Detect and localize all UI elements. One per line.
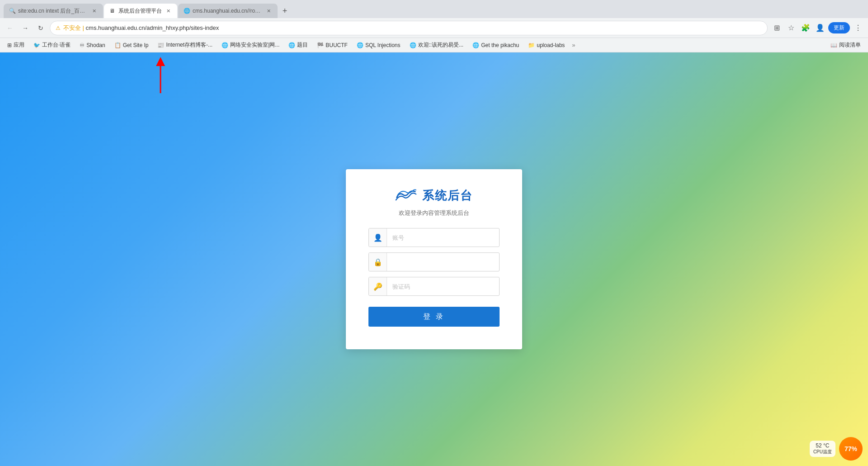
red-arrow-annotation [154, 57, 167, 95]
new-tab-button[interactable]: + [278, 5, 291, 17]
tab-1-close[interactable]: ✕ [90, 7, 98, 14]
bookmark-getsiteip-label: Get Site Ip [123, 42, 149, 48]
toolbar-right: ⊞ ☆ 🧩 👤 更新 ⋮ [770, 22, 864, 34]
logo-text: 系统后台 [422, 188, 473, 204]
back-button[interactable]: ← [4, 22, 16, 34]
bookmark-questions-label: 题目 [297, 41, 308, 49]
cpu-percent: 77% [844, 445, 857, 452]
address-bar[interactable]: ⚠ 不安全 | cms.huanghuai.edu.cn/admin_hhxy.… [50, 21, 768, 35]
forward-button[interactable]: → [19, 22, 32, 34]
bookmark-pikachu[interactable]: 🌐 Get the pikachu [469, 41, 523, 49]
password-input[interactable] [387, 259, 499, 266]
bookmarks-overflow[interactable]: » [572, 42, 575, 48]
profile-extensions-icon[interactable]: 🧩 [799, 22, 812, 34]
reading-list-label: 阅读清单 [839, 41, 861, 49]
bookmark-shodan[interactable]: ♾ Shodan [76, 41, 108, 49]
tab-3-close[interactable]: ✕ [265, 7, 272, 14]
uploadlabs-icon: 📁 [528, 42, 535, 48]
address-url: cms.huanghuai.edu.cn/admin_hhxy.php/site… [86, 24, 219, 31]
sqli-icon: 🌐 [357, 42, 363, 48]
security-icon: ⚠ [56, 25, 61, 31]
bookmark-shodan-label: Shodan [86, 42, 105, 48]
questions-icon: 🌐 [288, 42, 295, 48]
tab-2-favicon: 🖥 [109, 8, 116, 14]
address-text: 不安全 | cms.huanghuai.edu.cn/admin_hhxy.ph… [63, 24, 762, 32]
lock-icon: 🔒 [369, 253, 387, 271]
bookmark-dvwa-label: 欢迎::该死的易受... [418, 41, 464, 49]
bookmark-getsiteip[interactable]: 📋 Get Site Ip [111, 41, 152, 49]
reading-list[interactable]: 📖 阅读清单 [827, 40, 864, 50]
reload-button[interactable]: ↻ [34, 22, 47, 34]
password-input-group: 🔒 [368, 252, 500, 271]
bookmark-uploadlabs-label: upload-labs [537, 42, 565, 48]
tab-bar: 🔍 site:edu.cn intext 后台_百度搜... ✕ 🖥 系统后台管… [0, 0, 868, 18]
svg-marker-1 [156, 57, 165, 66]
apps-icon: ⊞ [7, 42, 12, 48]
tab-3[interactable]: 🌐 cms.huanghuai.edu.cn//robot... ✕ [178, 4, 278, 18]
login-card: 系统后台 欢迎登录内容管理系统后台 👤 🔒 🔑 登 录 [346, 169, 522, 349]
toolbar: ← → ↻ ⚠ 不安全 | cms.huanghuai.edu.cn/admin… [0, 18, 868, 38]
cpu-usage-widget: 77% [839, 437, 863, 461]
bookmark-buuctf-label: BUUCTF [326, 42, 348, 48]
bookmark-buuctf[interactable]: 🏁 BUUCTF [313, 41, 351, 49]
tab-1-title: site:edu.cn intext 后台_百度搜... [18, 7, 88, 15]
bookmark-dvwa[interactable]: 🌐 欢迎::该死的易受... [406, 40, 467, 50]
tab-3-title: cms.huanghuai.edu.cn//robot... [193, 8, 262, 14]
bookmark-uploadlabs[interactable]: 📁 upload-labs [524, 41, 568, 49]
bookmark-pikachu-label: Get the pikachu [481, 42, 519, 48]
getsiteip-icon: 📋 [114, 42, 121, 48]
profile-icon[interactable]: 👤 [814, 22, 826, 34]
username-input-group: 👤 [368, 228, 500, 247]
temperature-value: 52 °C [816, 442, 829, 449]
temperature-widget: 52 °C CPU温度 [810, 441, 835, 457]
bookmark-apps-label: 应用 [14, 41, 24, 49]
bookmark-security-lab[interactable]: 🌐 网络安全实验室|网... [218, 40, 283, 50]
bookmark-sqli-label: SQL Injections [365, 42, 401, 48]
bookmark-yuque-label: 工作台·语雀 [42, 41, 71, 49]
bookmark-security-lab-label: 网络安全实验室|网... [230, 41, 279, 49]
browser-frame: 🔍 site:edu.cn intext 后台_百度搜... ✕ 🖥 系统后台管… [0, 0, 868, 466]
captcha-input[interactable] [387, 283, 499, 290]
bookmark-apps[interactable]: ⊞ 应用 [4, 40, 28, 50]
bookmark-internet[interactable]: 📰 Internet存档博客-... [154, 40, 216, 50]
dvwa-icon: 🌐 [410, 42, 416, 48]
logo-area: 系统后台 [395, 187, 473, 204]
status-widget: 52 °C CPU温度 77% [810, 437, 863, 461]
login-button[interactable]: 登 录 [368, 307, 500, 327]
temperature-label: CPU温度 [813, 449, 832, 455]
welcome-text: 欢迎登录内容管理系统后台 [399, 209, 469, 217]
bookmark-questions[interactable]: 🌐 题目 [285, 40, 311, 50]
yuque-icon: 🐦 [33, 42, 40, 48]
shodan-icon: ♾ [80, 42, 85, 48]
buuctf-icon: 🏁 [317, 42, 324, 48]
captcha-input-group: 🔑 [368, 277, 500, 296]
update-button[interactable]: 更新 [828, 22, 850, 33]
internet-icon: 📰 [157, 42, 164, 48]
address-prefix: 不安全 | [63, 24, 86, 31]
user-icon: 👤 [369, 228, 387, 247]
security-lab-icon: 🌐 [222, 42, 228, 48]
bookmarks-bar: ⊞ 应用 🐦 工作台·语雀 ♾ Shodan 📋 Get Site Ip 📰 I… [0, 38, 868, 52]
extensions-icon[interactable]: ⊞ [770, 22, 783, 34]
tab-2-title: 系统后台管理平台 [118, 7, 162, 15]
tab-1[interactable]: 🔍 site:edu.cn intext 后台_百度搜... ✕ [4, 4, 103, 18]
logo-waves-icon [395, 187, 417, 204]
tab-2[interactable]: 🖥 系统后台管理平台 ✕ [104, 4, 177, 18]
reading-list-icon: 📖 [830, 42, 837, 48]
bookmark-internet-label: Internet存档博客-... [166, 41, 212, 49]
pikachu-icon: 🌐 [472, 42, 479, 48]
menu-icon[interactable]: ⋮ [852, 22, 864, 34]
username-input[interactable] [387, 234, 499, 241]
bookmark-sqli[interactable]: 🌐 SQL Injections [353, 41, 404, 49]
bookmark-icon[interactable]: ☆ [785, 22, 797, 34]
tab-1-favicon: 🔍 [9, 8, 15, 14]
key-icon: 🔑 [369, 277, 387, 295]
tab-2-close[interactable]: ✕ [165, 7, 172, 14]
tab-3-favicon: 🌐 [184, 8, 190, 14]
bookmark-yuque[interactable]: 🐦 工作台·语雀 [30, 40, 74, 50]
page-content: 系统后台 欢迎登录内容管理系统后台 👤 🔒 🔑 登 录 [0, 52, 868, 466]
